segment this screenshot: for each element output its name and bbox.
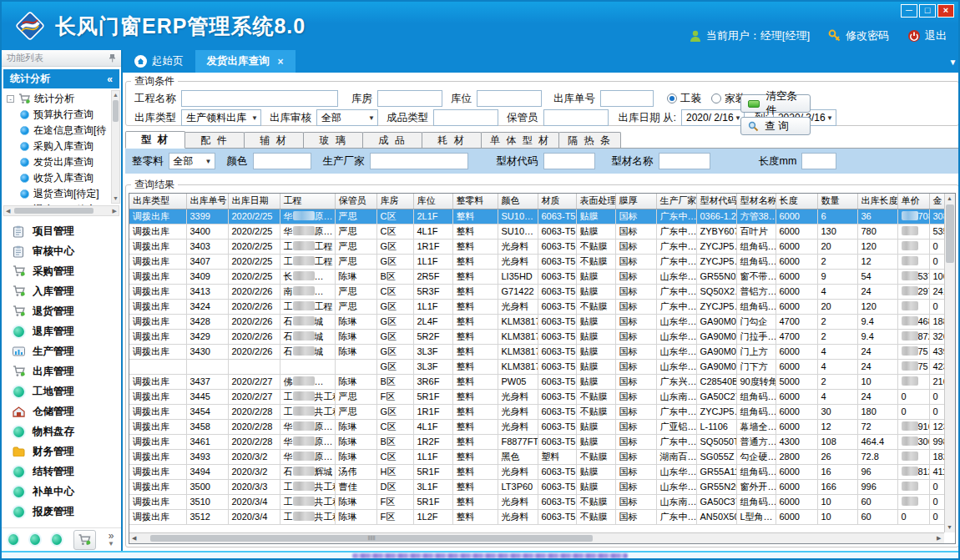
cell[interactable]: 6063-T5: [538, 494, 576, 509]
sidebar-item-财务管理[interactable]: 财务管理: [2, 441, 121, 462]
cell[interactable]: 光身料: [498, 404, 538, 419]
cell[interactable]: 光身料: [498, 254, 538, 269]
cell[interactable]: ZYCJP5…: [696, 254, 736, 269]
date-from-select[interactable]: 2020/ 2/16▼: [681, 109, 745, 126]
cell[interactable]: 6063-T5: [538, 254, 576, 269]
table-row[interactable]: 调拨出库34582020/2/28华原…陈琳C区4L1F整料光身料6063-T5…: [129, 419, 954, 434]
tree-item[interactable]: 在途信息查询[待: [7, 123, 109, 139]
cell[interactable]: 山东华…: [656, 359, 696, 374]
cell[interactable]: 国标: [615, 269, 656, 284]
table-row[interactable]: 调拨出库33992020/2/25华原…严思C区2L1F整料SU10…6063-…: [129, 209, 954, 224]
cell[interactable]: B区: [376, 374, 413, 389]
cell[interactable]: 20: [817, 239, 857, 254]
cell[interactable]: 4: [817, 284, 857, 299]
table-row[interactable]: 调拨出库34132020/2/26南…严思C区5R3F整料G714226063-…: [129, 284, 954, 299]
cell[interactable]: 国标: [615, 434, 656, 449]
column-header[interactable]: 材质: [538, 194, 576, 209]
cell[interactable]: 4: [817, 359, 857, 374]
cell[interactable]: 门勾企: [736, 314, 776, 329]
footer-overflow-button[interactable]: »▼: [108, 532, 114, 547]
location-input[interactable]: [477, 90, 542, 107]
cell[interactable]: 4: [817, 389, 857, 404]
cell[interactable]: 石城: [280, 344, 335, 359]
table-row[interactable]: 调拨出库34302020/2/26石城陈琳G区3L3F整料KLM38176063…: [129, 344, 954, 359]
cell[interactable]: 2: [817, 329, 857, 344]
cell[interactable]: 严思: [335, 284, 376, 299]
sidebar-item-补单中心[interactable]: 补单中心: [2, 482, 121, 502]
cell[interactable]: 国标: [615, 344, 656, 359]
cell[interactable]: 贴膜: [576, 464, 615, 479]
cell[interactable]: 调拨出库: [129, 404, 186, 419]
cell[interactable]: 国标: [615, 314, 656, 329]
cell[interactable]: 996: [857, 479, 897, 494]
cell[interactable]: 6000: [776, 239, 817, 254]
cell[interactable]: 整料: [452, 284, 498, 299]
cell[interactable]: 贴膜: [576, 359, 615, 374]
cell[interactable]: 整料: [452, 299, 498, 314]
cell[interactable]: 6000: [776, 254, 817, 269]
cell[interactable]: 1R1F: [413, 239, 452, 254]
cell[interactable]: 6063-T5: [538, 329, 576, 344]
cell[interactable]: 2020/3/4: [228, 494, 280, 509]
scroll-left-icon[interactable]: ◀: [132, 535, 136, 542]
cell[interactable]: L-1106: [696, 419, 736, 434]
cell[interactable]: 国标: [615, 224, 656, 239]
cell[interactable]: 2: [817, 374, 857, 389]
cell[interactable]: 2020/2/28: [228, 419, 280, 434]
cell[interactable]: 3510: [186, 494, 228, 509]
cell[interactable]: 调拨出库: [129, 419, 186, 434]
cell[interactable]: 石城: [280, 329, 335, 344]
cell[interactable]: 工共工程: [280, 509, 335, 524]
cell[interactable]: 4L1F: [413, 224, 452, 239]
cell[interactable]: 广亚铝…: [656, 419, 696, 434]
table-row[interactable]: 调拨出库35122020/3/4工共工程陈琳F区1L2F整料光身料6063-T5…: [129, 509, 954, 524]
cell[interactable]: 9.4: [857, 314, 897, 329]
table-row[interactable]: 调拨出库35102020/3/4工共工程陈琳F区5R1F整料光身料6063-T5…: [129, 494, 954, 509]
cell[interactable]: 组角码…: [736, 404, 776, 419]
column-header[interactable]: 保管员: [335, 194, 376, 209]
cell[interactable]: 916: [897, 419, 929, 434]
cell[interactable]: 调拨出库: [129, 284, 186, 299]
collapse-icon[interactable]: «: [107, 73, 113, 85]
cell[interactable]: C28540B: [696, 374, 736, 389]
cell[interactable]: 曹佳: [335, 479, 376, 494]
cell[interactable]: 6000: [776, 284, 817, 299]
scroll-left-icon[interactable]: ◀: [6, 208, 10, 214]
cell[interactable]: 6000: [776, 344, 817, 359]
cell[interactable]: 4700: [776, 314, 817, 329]
profile-name-input[interactable]: [659, 153, 710, 169]
grid-vertical-scrollbar[interactable]: ▲ ▼: [944, 194, 955, 532]
material-tab-7[interactable]: 单 体 型 材: [481, 132, 559, 148]
tree-item[interactable]: 收货入库查询: [7, 170, 109, 186]
cell[interactable]: 3512: [186, 509, 228, 524]
cell[interactable]: 国标: [615, 419, 656, 434]
cell[interactable]: ZYBY607: [696, 224, 736, 239]
cell[interactable]: 调拨出库: [129, 344, 186, 359]
cell[interactable]: 2020/2/28: [228, 404, 280, 419]
cell[interactable]: 6000: [776, 269, 817, 284]
keeper-input[interactable]: [543, 109, 609, 126]
cell[interactable]: 120: [857, 239, 897, 254]
cell[interactable]: 光身料: [498, 299, 538, 314]
cell[interactable]: 国标: [615, 329, 656, 344]
column-header[interactable]: 单价: [897, 194, 929, 209]
column-header[interactable]: 表面处理: [576, 194, 615, 209]
cell[interactable]: GR55N02: [696, 269, 736, 284]
sidebar-item-出库管理[interactable]: 出库管理: [2, 361, 121, 381]
cell[interactable]: 国标: [615, 374, 656, 389]
cell[interactable]: 6063-T5: [538, 344, 576, 359]
cell[interactable]: 60: [857, 509, 897, 524]
cart-module-button[interactable]: [73, 530, 97, 550]
cell[interactable]: 整料: [452, 314, 498, 329]
cell[interactable]: KLM3817: [498, 359, 538, 374]
cell[interactable]: 72.8: [857, 449, 897, 464]
cell[interactable]: 3403: [186, 239, 228, 254]
column-header[interactable]: 出库长度: [857, 194, 897, 209]
tree-root[interactable]: - 统计分析: [7, 91, 109, 107]
cell[interactable]: 佛…: [280, 374, 335, 389]
cell[interactable]: 464.4: [857, 434, 897, 449]
table-row[interactable]: 调拨出库35002020/3/3工共工程曹佳D区3L1F整料LT3P606063…: [129, 479, 954, 494]
cell[interactable]: 组角码…: [736, 254, 776, 269]
cell[interactable]: 120: [857, 299, 897, 314]
cell[interactable]: 贴膜: [576, 434, 615, 449]
